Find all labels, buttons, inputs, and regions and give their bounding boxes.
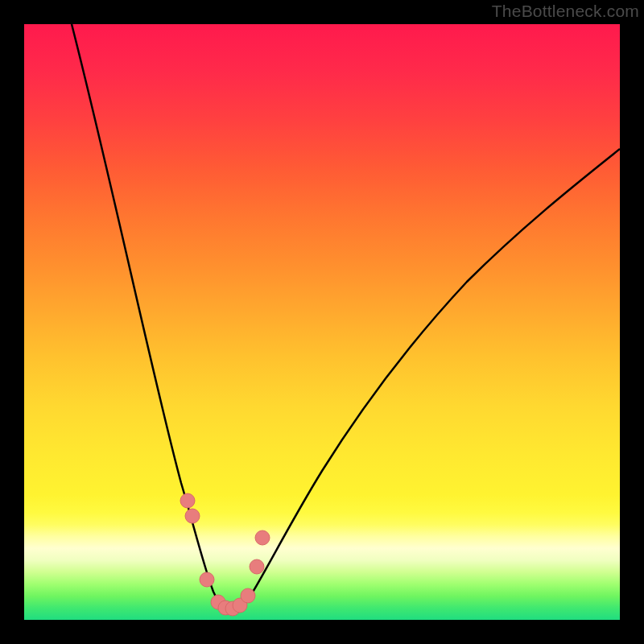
svg-point-7 bbox=[241, 588, 255, 603]
bottleneck-curve bbox=[72, 24, 620, 612]
svg-point-1 bbox=[185, 509, 200, 523]
svg-point-2 bbox=[200, 572, 214, 587]
svg-point-9 bbox=[255, 530, 270, 545]
chart-container: TheBottleneck.com bbox=[0, 0, 644, 644]
watermark-text: TheBottleneck.com bbox=[492, 2, 639, 21]
chart-svg bbox=[24, 24, 620, 620]
highlight-markers bbox=[180, 493, 270, 616]
svg-point-8 bbox=[250, 559, 264, 574]
svg-point-0 bbox=[180, 493, 195, 508]
